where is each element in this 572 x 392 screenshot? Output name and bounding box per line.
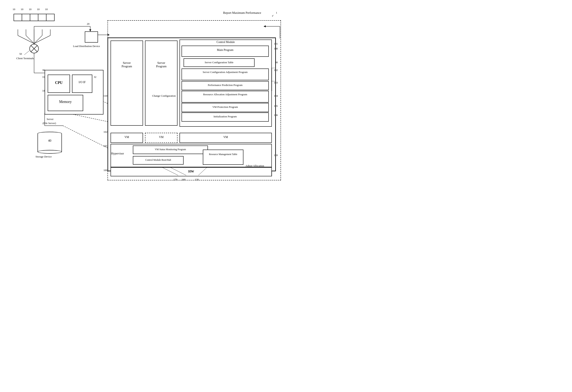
outer-dashed-box [108,20,281,181]
ref-160: 160 [182,178,186,181]
report-max-label: Report Maximum Performance [223,11,261,15]
cpu-label: CPU [48,81,70,85]
memory-label: Memory [48,100,83,104]
storage-label: Storage Device [35,155,52,158]
storage-number-label: 40 [37,139,62,142]
terminal-5 [46,14,55,21]
io-if-label: I/O IF [72,81,92,84]
svg-line-8 [34,35,42,44]
svg-line-13 [24,51,29,55]
svg-line-12 [31,45,37,52]
svg-line-11 [31,45,37,52]
load-distribution-box [85,31,98,43]
ref-20: 20 [87,22,89,26]
terminal-3 [30,14,38,21]
ref-50: 50 [19,52,22,56]
ref-1: 1 [276,11,277,15]
ref-10d: 10 [37,8,40,11]
ref-32: 32 [94,75,96,79]
ref-170: 170 [174,178,177,181]
svg-line-23 [69,114,108,122]
io-if-box: I/O IF [72,75,92,93]
terminal-1 [14,14,22,21]
ref-10a: 10 [13,8,15,11]
svg-line-6 [26,35,34,44]
file-server-label: (File Server) [43,122,56,125]
ref-10e: 10 [45,8,48,11]
ref-110: 110 [103,94,107,97]
ref-100: 100 [103,169,108,172]
ref-120b: 120 [195,178,199,181]
cpu-box: CPU [48,75,70,93]
svg-marker-17 [89,30,91,31]
ref-101: 101 [103,144,108,148]
terminal-4 [38,14,47,21]
svg-line-5 [18,35,34,44]
ref-10b: 10 [21,8,23,11]
adjust-alloc-label: Adjust Allocation [245,164,264,167]
terminal-2 [22,14,30,21]
ref-102: 102 [103,130,108,134]
ref-10c: 10 [29,8,32,11]
memory-box: Memory [48,95,83,111]
svg-line-9 [34,35,50,44]
client-terminals-label: Client Terminals [16,57,34,60]
svg-point-10 [30,44,39,53]
server-label: Server [47,118,54,121]
svg-line-26 [63,126,108,148]
load-distribution-label: Load Distribution Device [73,45,100,48]
